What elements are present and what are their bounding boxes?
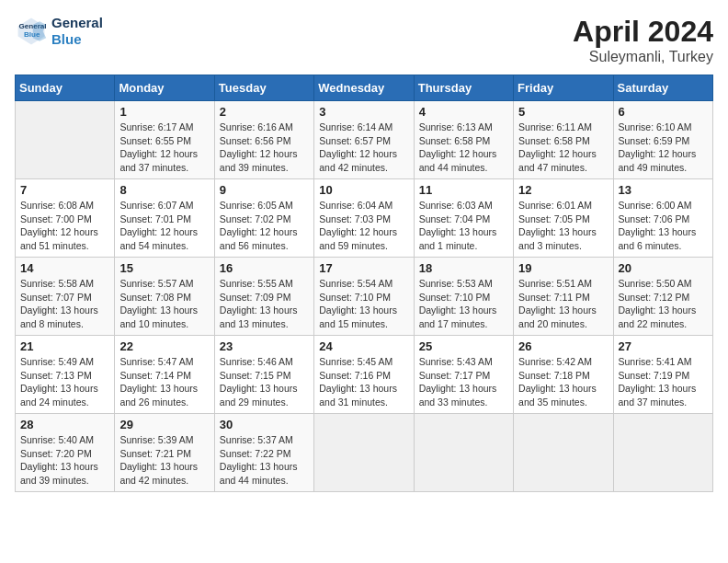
day-number: 2 xyxy=(220,105,309,119)
day-number: 9 xyxy=(220,183,309,197)
calendar-day-cell: 26Sunrise: 5:42 AM Sunset: 7:18 PM Dayli… xyxy=(514,336,613,414)
logo-text-blue: Blue xyxy=(51,31,103,48)
day-info: Sunrise: 5:41 AM Sunset: 7:19 PM Dayligh… xyxy=(619,355,708,409)
day-number: 21 xyxy=(20,339,109,353)
calendar-week-row: 1Sunrise: 6:17 AM Sunset: 6:55 PM Daylig… xyxy=(16,101,713,179)
calendar-day-cell: 29Sunrise: 5:39 AM Sunset: 7:21 PM Dayli… xyxy=(115,414,214,492)
day-of-week-header: Monday xyxy=(115,75,214,101)
calendar-day-cell: 25Sunrise: 5:43 AM Sunset: 7:17 PM Dayli… xyxy=(414,336,513,414)
calendar-day-cell xyxy=(414,414,513,492)
calendar-header-row: SundayMondayTuesdayWednesdayThursdayFrid… xyxy=(16,75,713,101)
day-info: Sunrise: 6:08 AM Sunset: 7:00 PM Dayligh… xyxy=(20,199,109,253)
day-info: Sunrise: 6:05 AM Sunset: 7:02 PM Dayligh… xyxy=(220,199,309,253)
day-number: 16 xyxy=(220,261,309,275)
calendar-day-cell: 27Sunrise: 5:41 AM Sunset: 7:19 PM Dayli… xyxy=(613,336,712,414)
day-number: 17 xyxy=(319,261,408,275)
day-info: Sunrise: 6:03 AM Sunset: 7:04 PM Dayligh… xyxy=(419,199,508,253)
day-info: Sunrise: 6:01 AM Sunset: 7:05 PM Dayligh… xyxy=(518,199,608,253)
day-info: Sunrise: 6:07 AM Sunset: 7:01 PM Dayligh… xyxy=(119,199,209,253)
day-number: 11 xyxy=(419,183,508,197)
day-info: Sunrise: 5:55 AM Sunset: 7:09 PM Dayligh… xyxy=(220,277,309,331)
calendar-day-cell: 14Sunrise: 5:58 AM Sunset: 7:07 PM Dayli… xyxy=(16,258,115,336)
day-number: 30 xyxy=(220,418,309,431)
calendar-day-cell: 23Sunrise: 5:46 AM Sunset: 7:15 PM Dayli… xyxy=(214,336,313,414)
calendar-day-cell: 6Sunrise: 6:10 AM Sunset: 6:59 PM Daylig… xyxy=(613,101,712,179)
day-info: Sunrise: 5:49 AM Sunset: 7:13 PM Dayligh… xyxy=(20,355,109,409)
day-number: 27 xyxy=(619,339,708,353)
day-number: 29 xyxy=(119,418,209,431)
day-number: 25 xyxy=(419,339,508,353)
day-number: 8 xyxy=(119,183,209,197)
day-info: Sunrise: 6:17 AM Sunset: 6:55 PM Dayligh… xyxy=(119,121,209,175)
header: General Blue General Blue April 2024 Sul… xyxy=(15,15,713,65)
day-info: Sunrise: 5:53 AM Sunset: 7:10 PM Dayligh… xyxy=(419,277,508,331)
day-info: Sunrise: 5:51 AM Sunset: 7:11 PM Dayligh… xyxy=(518,277,608,331)
day-info: Sunrise: 5:45 AM Sunset: 7:16 PM Dayligh… xyxy=(319,355,408,409)
day-info: Sunrise: 6:13 AM Sunset: 6:58 PM Dayligh… xyxy=(419,121,508,175)
day-number: 13 xyxy=(619,183,708,197)
day-number: 19 xyxy=(518,261,608,275)
day-info: Sunrise: 5:40 AM Sunset: 7:20 PM Dayligh… xyxy=(20,433,109,488)
location-subtitle: Suleymanli, Turkey xyxy=(573,49,713,65)
calendar-week-row: 7Sunrise: 6:08 AM Sunset: 7:00 PM Daylig… xyxy=(16,179,713,258)
day-of-week-header: Saturday xyxy=(613,75,712,101)
day-number: 28 xyxy=(20,418,109,431)
calendar-day-cell: 11Sunrise: 6:03 AM Sunset: 7:04 PM Dayli… xyxy=(414,179,513,258)
title-area: April 2024 Suleymanli, Turkey xyxy=(573,15,713,65)
calendar-day-cell: 30Sunrise: 5:37 AM Sunset: 7:22 PM Dayli… xyxy=(214,414,313,492)
calendar-day-cell: 7Sunrise: 6:08 AM Sunset: 7:00 PM Daylig… xyxy=(16,179,115,258)
calendar-day-cell xyxy=(514,414,613,492)
calendar-day-cell: 20Sunrise: 5:50 AM Sunset: 7:12 PM Dayli… xyxy=(613,258,712,336)
day-info: Sunrise: 5:57 AM Sunset: 7:08 PM Dayligh… xyxy=(119,277,209,331)
logo: General Blue General Blue xyxy=(15,15,103,48)
day-number: 10 xyxy=(319,183,408,197)
day-info: Sunrise: 6:10 AM Sunset: 6:59 PM Dayligh… xyxy=(619,121,708,175)
calendar-day-cell: 9Sunrise: 6:05 AM Sunset: 7:02 PM Daylig… xyxy=(214,179,313,258)
calendar-day-cell: 13Sunrise: 6:00 AM Sunset: 7:06 PM Dayli… xyxy=(613,179,712,258)
calendar-day-cell: 16Sunrise: 5:55 AM Sunset: 7:09 PM Dayli… xyxy=(214,258,313,336)
day-number: 20 xyxy=(619,261,708,275)
calendar-day-cell: 5Sunrise: 6:11 AM Sunset: 6:58 PM Daylig… xyxy=(514,101,613,179)
day-number: 15 xyxy=(119,261,209,275)
calendar-day-cell: 10Sunrise: 6:04 AM Sunset: 7:03 PM Dayli… xyxy=(314,179,414,258)
calendar-day-cell: 28Sunrise: 5:40 AM Sunset: 7:20 PM Dayli… xyxy=(16,414,115,492)
calendar-day-cell: 19Sunrise: 5:51 AM Sunset: 7:11 PM Dayli… xyxy=(514,258,613,336)
day-info: Sunrise: 5:58 AM Sunset: 7:07 PM Dayligh… xyxy=(20,277,109,331)
calendar-day-cell: 15Sunrise: 5:57 AM Sunset: 7:08 PM Dayli… xyxy=(115,258,214,336)
calendar-day-cell: 21Sunrise: 5:49 AM Sunset: 7:13 PM Dayli… xyxy=(16,336,115,414)
calendar-day-cell: 3Sunrise: 6:14 AM Sunset: 6:57 PM Daylig… xyxy=(314,101,414,179)
day-of-week-header: Wednesday xyxy=(314,75,414,101)
logo-text-general: General xyxy=(51,15,103,31)
day-number: 12 xyxy=(518,183,608,197)
calendar-day-cell: 18Sunrise: 5:53 AM Sunset: 7:10 PM Dayli… xyxy=(414,258,513,336)
calendar-week-row: 21Sunrise: 5:49 AM Sunset: 7:13 PM Dayli… xyxy=(16,336,713,414)
day-info: Sunrise: 5:50 AM Sunset: 7:12 PM Dayligh… xyxy=(619,277,708,331)
month-year-title: April 2024 xyxy=(573,15,713,49)
day-info: Sunrise: 5:46 AM Sunset: 7:15 PM Dayligh… xyxy=(220,355,309,409)
day-info: Sunrise: 5:39 AM Sunset: 7:21 PM Dayligh… xyxy=(119,433,209,488)
day-number: 26 xyxy=(518,339,608,353)
calendar-day-cell: 24Sunrise: 5:45 AM Sunset: 7:16 PM Dayli… xyxy=(314,336,414,414)
logo-icon: General Blue xyxy=(15,15,48,48)
calendar-day-cell: 2Sunrise: 6:16 AM Sunset: 6:56 PM Daylig… xyxy=(214,101,313,179)
day-number: 6 xyxy=(619,105,708,119)
day-of-week-header: Thursday xyxy=(414,75,513,101)
day-number: 1 xyxy=(119,105,209,119)
day-number: 4 xyxy=(419,105,508,119)
day-number: 5 xyxy=(518,105,608,119)
day-info: Sunrise: 5:43 AM Sunset: 7:17 PM Dayligh… xyxy=(419,355,508,409)
calendar-table: SundayMondayTuesdayWednesdayThursdayFrid… xyxy=(15,75,713,492)
calendar-day-cell: 8Sunrise: 6:07 AM Sunset: 7:01 PM Daylig… xyxy=(115,179,214,258)
calendar-week-row: 14Sunrise: 5:58 AM Sunset: 7:07 PM Dayli… xyxy=(16,258,713,336)
calendar-week-row: 28Sunrise: 5:40 AM Sunset: 7:20 PM Dayli… xyxy=(16,414,713,492)
day-number: 3 xyxy=(319,105,408,119)
calendar-day-cell xyxy=(314,414,414,492)
calendar-day-cell: 22Sunrise: 5:47 AM Sunset: 7:14 PM Dayli… xyxy=(115,336,214,414)
day-of-week-header: Sunday xyxy=(16,75,115,101)
day-number: 23 xyxy=(220,339,309,353)
day-of-week-header: Tuesday xyxy=(214,75,313,101)
calendar-day-cell xyxy=(16,101,115,179)
calendar-day-cell: 12Sunrise: 6:01 AM Sunset: 7:05 PM Dayli… xyxy=(514,179,613,258)
day-number: 22 xyxy=(119,339,209,353)
calendar-day-cell xyxy=(613,414,712,492)
